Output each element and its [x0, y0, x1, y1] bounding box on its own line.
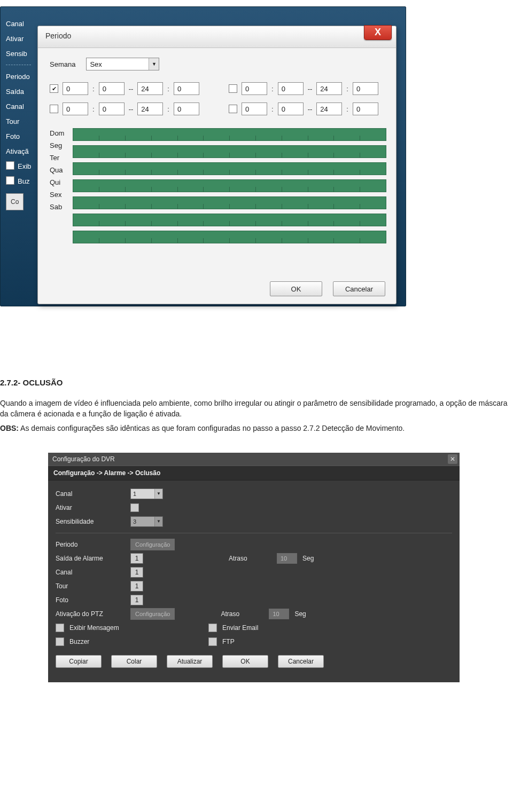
- canal2-label: Canal: [56, 569, 125, 576]
- cancel-button[interactable]: Cancelar: [333, 281, 385, 296]
- atraso-field[interactable]: 10: [269, 609, 289, 619]
- periodo-config-button[interactable]: Configuração: [130, 539, 175, 550]
- bg-label: Canal: [6, 17, 31, 31]
- minute-field[interactable]: 0: [278, 103, 304, 115]
- saida-label: Saída de Alarme: [56, 555, 125, 562]
- time-row: 0 : 0 -- 24 : 0: [229, 82, 386, 95]
- foto-label: Foto: [56, 596, 125, 604]
- schedule-bar[interactable]: [73, 179, 386, 192]
- canal-label: Canal: [56, 490, 125, 498]
- seg-label: Seg: [302, 555, 314, 562]
- canal-select[interactable]: 1▼: [130, 488, 163, 499]
- sensibilidade-label: Sensibilidade: [56, 518, 125, 525]
- document-text: 2.7.2- OCLUSÃO Quando a imagem de vídeo …: [0, 374, 513, 453]
- dialog-title: Periodo: [45, 31, 71, 40]
- ok-button[interactable]: OK: [270, 281, 322, 296]
- hour-field[interactable]: 24: [316, 82, 342, 95]
- bg-left-labels: Canal Ativar Sensib Periodo Saída Canal …: [6, 17, 31, 210]
- email-checkbox[interactable]: [208, 624, 217, 632]
- close-button[interactable]: X: [364, 25, 392, 40]
- schedule-bar[interactable]: [73, 145, 386, 158]
- hour-field[interactable]: 0: [63, 103, 88, 115]
- hour-field[interactable]: 0: [242, 82, 267, 95]
- hour-field[interactable]: 0: [63, 82, 88, 95]
- schedule-bar[interactable]: [73, 128, 386, 141]
- ativar-label: Ativar: [56, 504, 125, 511]
- screenshot-dvr-config: Configuração do DVR ✕ Configuração -> Al…: [48, 453, 460, 682]
- hour-field[interactable]: 0: [242, 103, 267, 115]
- chevron-down-icon: ▼: [154, 517, 162, 526]
- schedule-bar[interactable]: [73, 162, 386, 175]
- screenshot-periodo: Canal Ativar Sensib Periodo Saída Canal …: [0, 0, 406, 352]
- email-label: Enviar Email: [222, 624, 258, 632]
- exibir-checkbox[interactable]: [56, 624, 64, 632]
- colar-button[interactable]: Colar: [111, 655, 157, 668]
- day-label: Sab: [50, 203, 64, 211]
- schedule-bar[interactable]: [73, 214, 386, 226]
- hour-field[interactable]: 24: [137, 103, 163, 115]
- day-label: Ter: [50, 154, 64, 162]
- copiar-button[interactable]: Copiar: [56, 655, 102, 668]
- atraso-field[interactable]: 10: [277, 553, 297, 564]
- time-row: 0 : 0 -- 24 : 0: [229, 103, 386, 115]
- semana-value: Sex: [87, 60, 149, 68]
- bg-label: Tour: [6, 114, 31, 129]
- minute-field[interactable]: 0: [174, 103, 199, 115]
- atualizar-button[interactable]: Atualizar: [167, 655, 213, 668]
- bg-label: Foto: [6, 129, 31, 144]
- canal-box[interactable]: 1: [130, 567, 143, 578]
- day-label: Qua: [50, 166, 64, 174]
- minute-field[interactable]: 0: [353, 82, 378, 95]
- chevron-down-icon: ▼: [149, 58, 159, 70]
- buzzer-label: Buzzer: [69, 638, 203, 645]
- buzzer-checkbox[interactable]: [56, 637, 64, 646]
- time-range-grid: ✔ 0 : 0 -- 24 : 0 0 : 0 -- 24 :: [50, 82, 386, 115]
- close-icon[interactable]: ✕: [448, 454, 457, 464]
- bg-label: Ativar: [6, 31, 31, 46]
- bg-label: Buz: [6, 174, 31, 189]
- semana-label: Semana: [50, 60, 75, 68]
- sensibilidade-select[interactable]: 3▼: [130, 516, 163, 527]
- cancelar-button[interactable]: Cancelar: [278, 655, 324, 668]
- minute-field[interactable]: 0: [278, 82, 304, 95]
- time-checkbox[interactable]: [50, 105, 58, 113]
- bg-label: Exib: [6, 159, 31, 174]
- ok-button[interactable]: OK: [222, 655, 268, 668]
- section-heading: 2.7.2- OCLUSÃO: [0, 378, 513, 387]
- time-row: 0 : 0 -- 24 : 0: [50, 103, 207, 115]
- day-label: Sex: [50, 191, 64, 199]
- saida-box[interactable]: 1: [130, 553, 143, 564]
- time-row: ✔ 0 : 0 -- 24 : 0: [50, 82, 207, 95]
- schedule-bar[interactable]: [73, 196, 386, 209]
- tour-box[interactable]: 1: [130, 581, 143, 592]
- foto-box[interactable]: 1: [130, 595, 143, 605]
- dialog-titlebar: Periodo X: [38, 26, 396, 48]
- tour-label: Tour: [56, 582, 125, 590]
- hour-field[interactable]: 24: [137, 82, 163, 95]
- atraso-label: Atraso: [221, 610, 263, 618]
- periodo-dialog: Periodo X Semana Sex ▼ ✔ 0 : 0 -- 24: [37, 26, 397, 304]
- bg-label: Saída: [6, 84, 31, 99]
- hour-field[interactable]: 24: [316, 103, 342, 115]
- bg-label: Sensib: [6, 46, 31, 61]
- time-checkbox[interactable]: ✔: [50, 84, 58, 93]
- minute-field[interactable]: 0: [99, 103, 125, 115]
- schedule-bar[interactable]: [73, 231, 386, 243]
- obs-label: OBS:: [0, 424, 19, 432]
- bg-label: Canal: [6, 99, 31, 114]
- semana-select[interactable]: Sex ▼: [86, 58, 159, 70]
- ftp-checkbox[interactable]: [208, 637, 217, 646]
- ativacao-ptz-label: Ativação do PTZ: [56, 610, 125, 618]
- ptz-config-button[interactable]: Configuração: [130, 608, 175, 620]
- minute-field[interactable]: 0: [353, 103, 378, 115]
- time-checkbox[interactable]: [229, 105, 237, 113]
- minute-field[interactable]: 0: [99, 82, 125, 95]
- week-schedule: Dom Seg Ter Qua Qui Sex Sab: [50, 128, 386, 243]
- ativar-checkbox[interactable]: [130, 503, 139, 512]
- atraso-label: Atraso: [229, 555, 271, 562]
- time-checkbox[interactable]: [229, 84, 237, 93]
- paragraph: Quando a imagem de vídeo é influenciada …: [0, 398, 513, 420]
- minute-field[interactable]: 0: [174, 82, 199, 95]
- ftp-label: FTP: [222, 638, 235, 645]
- paragraph: OBS: As demais configurações são idêntic…: [0, 423, 513, 433]
